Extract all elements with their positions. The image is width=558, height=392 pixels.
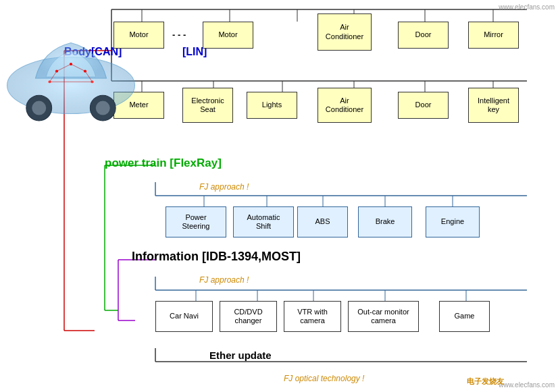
watermark-bottom: www.elecfans.com: [499, 381, 555, 389]
car-illustration: [0, 0, 149, 148]
engine-box: Engine: [426, 206, 480, 237]
svg-point-42: [32, 101, 46, 115]
brake-box: Brake: [358, 206, 412, 237]
out-car-box: Out-car monitor camera: [348, 301, 419, 332]
fj-powertrain-label: FJ approach !: [199, 182, 249, 192]
intelligent-key-box: Intelligent key: [468, 88, 519, 123]
electronic-seat-box: Electronic Seat: [182, 88, 233, 123]
door-top-box: Door: [398, 22, 449, 49]
diagram-container: Body[CAN] [LIN] Motor - - - Motor Air Co…: [0, 0, 558, 392]
ether-label: Ether update: [209, 349, 272, 361]
lights-box: Lights: [247, 92, 297, 119]
fj-optical-label: FJ optical technology !: [284, 374, 364, 383]
auto-shift-box: Automatic Shift: [233, 206, 294, 237]
door-body-box: Door: [398, 92, 449, 119]
abs-box: ABS: [297, 206, 348, 237]
watermark-top: www.elecfans.com: [499, 3, 555, 11]
motor2-box: Motor: [203, 22, 253, 49]
dots-label: - - -: [172, 30, 186, 40]
air-conditioner-body-box: Air Conditioner: [318, 88, 372, 123]
cd-dvd-box: CD/DVD changer: [220, 301, 277, 332]
information-label: Information [IDB-1394,MOST]: [132, 250, 301, 264]
air-conditioner-top-box: Air Conditioner: [318, 13, 372, 51]
car-navi-box: Car Navi: [155, 301, 213, 332]
svg-point-44: [96, 101, 110, 115]
vtr-box: VTR with camera: [284, 301, 341, 332]
game-box: Game: [439, 301, 490, 332]
site-logo: 电子发烧友: [467, 376, 504, 387]
fj-information-label: FJ approach !: [199, 275, 249, 285]
power-steering-box: Power Steering: [166, 206, 226, 237]
car-svg: [0, 0, 142, 128]
mirror-top-box: Mirror: [468, 22, 519, 49]
powertrain-label: power train [FlexRay]: [105, 157, 222, 170]
